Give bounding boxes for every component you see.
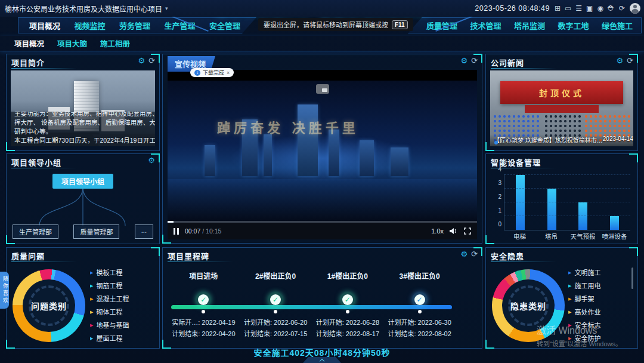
org-child-node[interactable]: 生产管理部 bbox=[13, 224, 58, 239]
org-child-node[interactable]: ... bbox=[135, 224, 153, 239]
gridline bbox=[504, 188, 630, 189]
y-tick-label: 2 bbox=[491, 193, 501, 200]
legend-item[interactable]: ▶模板工程 bbox=[90, 266, 156, 279]
nav-tab-production-management[interactable]: 生产管理 bbox=[164, 20, 195, 31]
panel-header: 公司新闻 ⚙ ⟳ bbox=[486, 54, 637, 69]
collapse-tab[interactable] bbox=[303, 357, 341, 363]
panel-title: 质量问题 bbox=[11, 252, 45, 261]
legend-item[interactable]: ▶屋面工程 bbox=[90, 331, 156, 344]
bar bbox=[578, 202, 587, 230]
nav-tab-digital-site[interactable]: 数字工地 bbox=[558, 20, 589, 31]
legend-item[interactable]: ▶安全标志 bbox=[568, 318, 634, 331]
panel-milestones: 项目里程碑 ⚙ ⟳ 项目进场✓实际开…: 2022-04-19计划结束: 202… bbox=[162, 247, 482, 349]
pause-button[interactable] bbox=[174, 228, 179, 235]
picture-in-picture-icon[interactable] bbox=[316, 84, 329, 94]
quality-donut-chart: 问题类别 bbox=[13, 269, 85, 342]
legend-marker-icon: ▶ bbox=[568, 336, 571, 340]
fullscreen-icon[interactable] bbox=[464, 227, 471, 235]
nav-tab-video-monitor[interactable]: 视频监控 bbox=[74, 20, 105, 31]
title-underline bbox=[491, 262, 556, 262]
project-selector[interactable]: 榆林市公安局业务技术用房及大数据应用中心项目 ▾ bbox=[0, 4, 168, 14]
y-tick-label: 0 bbox=[491, 221, 501, 227]
legend-marker-icon: ▶ bbox=[568, 284, 571, 288]
gear-icon[interactable]: ⚙ bbox=[460, 250, 467, 258]
org-root-node[interactable]: 项目领导小组 bbox=[52, 174, 113, 189]
nav-tab-technical-management[interactable]: 技术管理 bbox=[470, 20, 501, 31]
x-axis-labels: 电梯塔吊天气预报喷淋设备 bbox=[504, 232, 630, 241]
milestone-dates: 计划开始: 2022-06-28计划结束: 2022-08-17 bbox=[312, 317, 384, 340]
apps-grid-icon[interactable]: ⊞ bbox=[555, 5, 561, 12]
chevron-up-icon bbox=[320, 359, 324, 363]
refresh-icon[interactable]: ⟳ bbox=[627, 57, 633, 64]
gear-icon[interactable]: ⚙ bbox=[616, 57, 623, 64]
legend-item[interactable]: ▶文明施工 bbox=[568, 266, 634, 279]
download-chip[interactable]: ↓ 下载完成 × bbox=[190, 68, 234, 77]
playback-speed[interactable]: 1.0x bbox=[431, 227, 444, 235]
helmet-icon[interactable]: ⛑ bbox=[608, 5, 615, 12]
org-children-row: 生产管理部质量管理部... bbox=[13, 224, 153, 239]
refresh-icon[interactable]: ⟳ bbox=[471, 250, 478, 258]
bar-plot-area bbox=[504, 174, 630, 230]
legend-item[interactable]: ▶施工用电 bbox=[568, 279, 634, 292]
safety-legend: ▶文明施工▶施工用电▶脚手架▶高处作业▶安全标志▶安全防护▶基础工程▶模板工程 bbox=[568, 266, 634, 346]
intro-line: 研判中心等。 bbox=[14, 127, 151, 136]
legend-label: 脚手架 bbox=[574, 294, 594, 303]
legend-item[interactable]: ▶基础工程 bbox=[568, 344, 634, 346]
gear-icon[interactable]: ⚙ bbox=[138, 57, 145, 64]
carousel-indicator[interactable] bbox=[494, 141, 498, 144]
project-title: 榆林市公安局业务技术用房及大数据应用中心项目 bbox=[5, 4, 162, 14]
list-icon[interactable]: ☰ bbox=[575, 5, 582, 12]
news-photo[interactable]: 封顶仪式 【匠心筑梦 玖耀金质】热烈祝贺榆林市… 2023-04-14 bbox=[490, 70, 633, 146]
milestone-timeline: 项目进场✓实际开…: 2022-04-19计划结束: 2022-04-202#楼… bbox=[163, 262, 482, 348]
gridline bbox=[504, 216, 630, 216]
legend-item[interactable]: ▶水利水电 bbox=[90, 344, 156, 346]
subnav-tab-project-overview[interactable]: 项目概况 bbox=[14, 38, 44, 49]
gear-icon[interactable]: ⚙ bbox=[460, 57, 467, 64]
camera-icon[interactable]: ◉ bbox=[597, 5, 603, 12]
legend-item[interactable]: ▶脚手架 bbox=[568, 292, 634, 305]
legend-item[interactable]: ▶高处作业 bbox=[568, 305, 634, 318]
refresh-icon[interactable]: ⟳ bbox=[619, 5, 625, 12]
title-underline bbox=[11, 68, 77, 69]
legend-scrollbar[interactable] bbox=[631, 267, 633, 289]
milestone-check-icon: ✓ bbox=[268, 292, 283, 307]
intro-line: 本工程合同工期730日历天，于2022年4月19日开工建 bbox=[14, 136, 151, 145]
legend-item[interactable]: ▶地基与基础 bbox=[90, 318, 156, 331]
refresh-icon[interactable]: ⟳ bbox=[471, 57, 478, 64]
legend-item[interactable]: ▶安全防护 bbox=[568, 331, 634, 344]
y-tick-label: 1 bbox=[491, 207, 501, 214]
screen-icon[interactable]: ▭ bbox=[565, 5, 571, 12]
legend-marker-icon: ▶ bbox=[90, 323, 93, 327]
legend-marker-icon: ▶ bbox=[90, 310, 93, 314]
panel-header: 质量问题 bbox=[7, 248, 159, 262]
close-icon[interactable]: × bbox=[227, 70, 230, 76]
panel-project-intro: 项目简介 ⚙ ⟳ 主要功能为：业务技术用房、指挥中心及配套用房、指 挥大厅、 设… bbox=[6, 54, 160, 151]
subnav-tab-construction-album[interactable]: 施工相册 bbox=[100, 38, 130, 49]
side-widget-tab[interactable]: 随你喜欢 bbox=[0, 272, 9, 309]
milestone-check-icon: ✓ bbox=[412, 292, 428, 307]
legend-item[interactable]: ▶钢筋工程 bbox=[90, 279, 156, 292]
volume-icon[interactable] bbox=[450, 227, 458, 235]
nav-tab-tower-crane-monitor[interactable]: 塔吊监测 bbox=[514, 20, 545, 31]
water-reflection bbox=[168, 179, 477, 222]
monitor-icon[interactable]: ▣ bbox=[586, 5, 593, 12]
panel-header: 项目领导小组 ⚙ bbox=[7, 154, 159, 168]
legend-item[interactable]: ▶砌体工程 bbox=[90, 305, 156, 318]
legend-item[interactable]: ▶混凝土工程 bbox=[90, 292, 156, 305]
nav-tab-project-overview[interactable]: 项目概况 bbox=[29, 20, 60, 31]
dashboard-screen: 榆林市公安局业务技术用房及大数据应用中心项目 ▾ 2023-05-26 08:4… bbox=[0, 0, 644, 363]
video-player[interactable]: 踔厉奋发 决胜千里 00:07 / 10:15 1.0x bbox=[168, 70, 477, 239]
y-tick-label: 4 bbox=[491, 166, 501, 173]
user-avatar[interactable] bbox=[630, 3, 640, 14]
org-child-node[interactable]: 质量管理部 bbox=[73, 224, 119, 239]
gear-icon[interactable]: ⚙ bbox=[148, 156, 155, 164]
nav-tab-labor-management[interactable]: 劳务管理 bbox=[119, 20, 150, 31]
nav-tab-green-construction[interactable]: 绿色施工 bbox=[602, 20, 633, 31]
milestone-check-icon: ✓ bbox=[196, 292, 211, 307]
milestone-label: 2#楼出正负0 bbox=[240, 270, 312, 282]
x-tick-label: 塔吊 bbox=[535, 232, 567, 241]
donut-center-label: 问题类别 bbox=[31, 300, 67, 312]
subnav-tab-project-brain[interactable]: 项目大脑 bbox=[57, 38, 87, 49]
refresh-icon[interactable]: ⟳ bbox=[148, 57, 155, 64]
legend-marker-icon: ▶ bbox=[90, 284, 93, 288]
